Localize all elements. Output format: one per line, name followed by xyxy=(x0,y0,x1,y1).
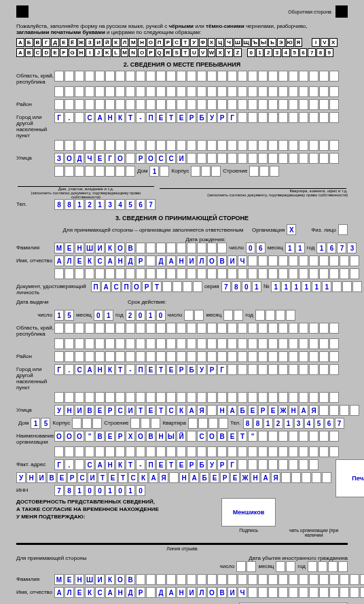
s2-house[interactable]: 1 xyxy=(149,166,169,177)
char-cell[interactable] xyxy=(309,323,318,334)
char-cell[interactable]: Е xyxy=(65,243,74,253)
char-cell[interactable] xyxy=(248,323,257,334)
char-cell[interactable] xyxy=(75,86,84,97)
char-cell[interactable] xyxy=(286,561,295,572)
char-cell[interactable] xyxy=(95,86,105,97)
char-cell[interactable]: А xyxy=(261,472,270,483)
char-cell[interactable] xyxy=(255,310,265,321)
s2-street[interactable]: ЗОДЧЕГОРОССИ xyxy=(54,153,339,164)
char-cell[interactable] xyxy=(319,405,329,416)
char-cell[interactable] xyxy=(223,310,233,321)
char-cell[interactable]: Р xyxy=(258,405,268,416)
char-cell[interactable] xyxy=(268,255,278,266)
char-cell[interactable] xyxy=(329,351,339,362)
char-cell[interactable] xyxy=(278,255,288,266)
char-cell[interactable]: 8 xyxy=(253,418,263,429)
char-cell[interactable]: А xyxy=(54,587,64,598)
char-cell[interactable] xyxy=(65,99,74,110)
char-cell[interactable]: Е xyxy=(95,405,105,416)
char-cell[interactable] xyxy=(312,472,321,483)
char-cell[interactable]: 6 xyxy=(136,199,145,210)
char-cell[interactable]: Н xyxy=(251,472,260,483)
char-cell[interactable] xyxy=(276,561,285,572)
char-cell[interactable]: 1 xyxy=(252,281,261,292)
char-cell[interactable] xyxy=(238,392,247,403)
char-cell[interactable]: Р xyxy=(136,587,145,598)
char-cell[interactable] xyxy=(208,418,218,429)
char-cell[interactable]: И xyxy=(177,153,186,164)
char-cell[interactable]: Е xyxy=(95,153,105,164)
char-cell[interactable] xyxy=(350,405,359,416)
char-cell[interactable] xyxy=(85,268,94,279)
char-cell[interactable]: Е xyxy=(75,255,84,266)
char-cell[interactable] xyxy=(329,112,339,123)
char-cell[interactable] xyxy=(228,364,237,375)
char-cell[interactable]: 7 xyxy=(54,485,64,496)
char-cell[interactable] xyxy=(75,99,84,110)
char-cell[interactable]: Я xyxy=(309,405,318,416)
char-cell[interactable] xyxy=(289,338,298,349)
char-cell[interactable] xyxy=(329,153,339,164)
char-cell[interactable] xyxy=(85,140,94,151)
char-cell[interactable]: А xyxy=(228,405,237,416)
char-cell[interactable] xyxy=(238,574,247,585)
char-cell[interactable]: О xyxy=(115,243,125,253)
char-cell[interactable]: Х xyxy=(126,431,135,442)
char-cell[interactable]: К xyxy=(115,112,125,123)
char-cell[interactable]: 1 xyxy=(295,243,305,253)
char-cell[interactable] xyxy=(207,392,217,403)
char-cell[interactable]: " xyxy=(85,431,94,442)
bot-surname[interactable]: МЕНШИКОВ xyxy=(54,574,364,585)
char-cell[interactable] xyxy=(146,351,156,362)
char-cell[interactable] xyxy=(105,166,115,177)
char-cell[interactable] xyxy=(207,243,217,253)
char-cell[interactable] xyxy=(248,459,257,470)
char-cell[interactable]: Н xyxy=(26,472,36,483)
char-cell[interactable] xyxy=(278,153,288,164)
char-cell[interactable]: Т xyxy=(115,364,125,375)
char-cell[interactable] xyxy=(207,323,217,334)
char-cell[interactable] xyxy=(289,431,298,442)
char-cell[interactable]: Г xyxy=(105,153,115,164)
char-cell[interactable] xyxy=(65,71,74,82)
char-cell[interactable] xyxy=(238,323,247,334)
char-cell[interactable] xyxy=(329,431,339,442)
char-cell[interactable]: Т xyxy=(118,472,128,483)
char-cell[interactable] xyxy=(105,323,115,334)
char-cell[interactable] xyxy=(258,364,268,375)
char-cell[interactable] xyxy=(268,459,278,470)
char-cell[interactable] xyxy=(309,574,318,585)
char-cell[interactable] xyxy=(258,140,268,151)
char-cell[interactable] xyxy=(299,587,308,598)
char-cell[interactable] xyxy=(268,112,278,123)
char-cell[interactable] xyxy=(95,351,105,362)
char-cell[interactable] xyxy=(146,323,156,334)
char-cell[interactable]: 0 xyxy=(115,485,125,496)
char-cell[interactable] xyxy=(217,86,227,97)
char-cell[interactable] xyxy=(197,99,206,110)
char-cell[interactable] xyxy=(238,153,247,164)
char-cell[interactable]: О xyxy=(65,431,74,442)
char-cell[interactable] xyxy=(319,351,329,362)
char-cell[interactable] xyxy=(299,255,308,266)
char-cell[interactable]: М xyxy=(54,243,64,253)
char-cell[interactable] xyxy=(319,364,329,375)
char-cell[interactable] xyxy=(166,140,176,151)
char-cell[interactable] xyxy=(177,71,186,82)
char-cell[interactable] xyxy=(328,561,338,572)
char-cell[interactable] xyxy=(352,281,362,292)
char-cell[interactable] xyxy=(228,574,237,585)
char-cell[interactable] xyxy=(258,459,268,470)
char-cell[interactable] xyxy=(258,574,268,585)
char-cell[interactable]: Е xyxy=(228,431,237,442)
char-cell[interactable]: Я xyxy=(159,472,168,483)
char-cell[interactable] xyxy=(268,99,278,110)
char-cell[interactable] xyxy=(197,351,206,362)
char-cell[interactable]: Н xyxy=(289,405,298,416)
char-cell[interactable]: С xyxy=(166,153,176,164)
char-cell[interactable] xyxy=(95,99,105,110)
char-cell[interactable] xyxy=(136,99,145,110)
char-cell[interactable]: 4 xyxy=(304,418,314,429)
char-cell[interactable] xyxy=(136,323,145,334)
char-cell[interactable] xyxy=(248,255,257,266)
